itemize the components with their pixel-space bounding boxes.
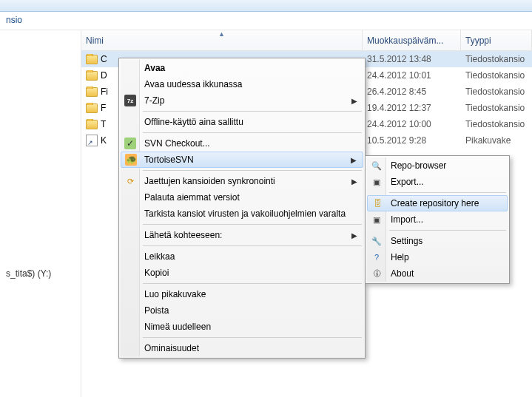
menu-item-svn-checkout[interactable]: ✓ SVN Checkout... xyxy=(121,135,363,152)
file-modified: 24.4.2012 10:00 xyxy=(363,119,461,129)
tortoisesvn-submenu: 🔍 Repo-browser ▣ Export... 🗄 Create repo… xyxy=(365,155,510,284)
file-name: D xyxy=(101,70,107,81)
context-menu: Avaa Avaa uudessa ikkunassa 7z 7-Zip ▶ O… xyxy=(118,58,366,359)
menu-item-create-repository[interactable]: 🗄 Create repository here xyxy=(367,195,508,211)
tortoisesvn-icon: 🐢 xyxy=(125,154,137,166)
column-headers: ▲ Nimi Muokkauspäiväm... Tyyppi xyxy=(81,30,532,51)
menu-item-virus-scan[interactable]: Tarkista kansiot virusten ja vakoiluohje… xyxy=(121,206,363,222)
menu-item-properties[interactable]: Ominaisuudet xyxy=(121,340,363,356)
folder-icon xyxy=(86,104,98,113)
submenu-arrow-icon: ▶ xyxy=(351,156,357,164)
menu-item-offline[interactable]: Offline-käyttö aina sallittu xyxy=(121,114,363,130)
sidebar-item-drive[interactable]: s_tita$) (Y:) xyxy=(3,267,81,280)
import-icon: ▣ xyxy=(371,214,383,225)
menu-item-rename[interactable]: Nimeä uudelleen xyxy=(121,319,363,335)
file-name: F xyxy=(101,103,106,113)
menu-item-settings[interactable]: 🔧 Settings xyxy=(367,233,508,249)
submenu-arrow-icon: ▶ xyxy=(351,97,357,105)
menu-item-import[interactable]: ▣ Import... xyxy=(367,211,508,228)
menu-item-help[interactable]: ? Help xyxy=(367,249,508,265)
menu-item-tortoisesvn[interactable]: 🐢 TortoiseSVN ▶ xyxy=(121,152,363,168)
sync-icon: ⟳ xyxy=(124,175,136,187)
shortcut-icon xyxy=(86,135,98,146)
menu-separator xyxy=(143,283,362,284)
window-titlebar xyxy=(0,0,532,12)
submenu-arrow-icon: ▶ xyxy=(351,177,357,186)
export-icon: ▣ xyxy=(371,176,383,188)
file-type: Tiedostokansio xyxy=(461,54,532,64)
folder-icon xyxy=(86,120,98,129)
menu-item-7zip[interactable]: 7z 7-Zip ▶ xyxy=(121,92,363,109)
menu-separator xyxy=(143,111,362,112)
menu-item-open[interactable]: Avaa xyxy=(121,60,363,76)
file-name: Fi xyxy=(101,86,108,97)
file-modified: 31.5.2012 13:48 xyxy=(363,54,461,64)
menu-separator xyxy=(143,132,362,133)
menu-separator xyxy=(143,170,362,171)
column-header-name[interactable]: ▲ Nimi xyxy=(81,30,363,50)
create-repo-icon: 🗄 xyxy=(371,197,383,209)
breadcrumb[interactable]: nsio xyxy=(0,12,532,30)
folder-icon xyxy=(86,87,98,97)
svn-checkout-icon: ✓ xyxy=(124,138,136,149)
file-type: Tiedostokansio xyxy=(461,103,532,113)
menu-item-export[interactable]: ▣ Export... xyxy=(367,174,508,190)
file-modified: 10.5.2012 9:28 xyxy=(363,135,461,146)
column-header-name-label: Nimi xyxy=(86,35,104,46)
file-modified: 19.4.2012 12:37 xyxy=(363,103,461,113)
column-header-modified[interactable]: Muokkauspäiväm... xyxy=(363,30,461,50)
file-type: Tiedostokansio xyxy=(461,70,532,81)
menu-item-cut[interactable]: Leikkaa xyxy=(121,248,363,265)
menu-item-copy[interactable]: Kopioi xyxy=(121,265,363,281)
breadcrumb-segment[interactable]: nsio xyxy=(6,15,22,25)
menu-item-delete[interactable]: Poista xyxy=(121,302,363,319)
seven-zip-icon: 7z xyxy=(124,95,136,106)
repo-browser-icon: 🔍 xyxy=(371,160,383,172)
menu-item-restore-previous[interactable]: Palauta aiemmat versiot xyxy=(121,189,363,206)
file-type: Tiedostokansio xyxy=(461,119,532,129)
menu-item-open-new-window[interactable]: Avaa uudessa ikkunassa xyxy=(121,76,363,92)
folder-icon xyxy=(86,55,98,64)
menu-separator xyxy=(143,337,362,338)
folder-icon xyxy=(86,71,98,81)
help-icon: ? xyxy=(371,251,383,263)
about-icon: 🛈 xyxy=(371,268,383,279)
file-name: C xyxy=(101,54,107,64)
menu-separator xyxy=(143,224,362,225)
file-type: Tiedostokansio xyxy=(461,86,532,97)
settings-icon: 🔧 xyxy=(371,235,383,247)
menu-item-create-shortcut[interactable]: Luo pikakuvake xyxy=(121,286,363,302)
menu-item-shared-sync[interactable]: ⟳ Jaettujen kansioiden synkronointi ▶ xyxy=(121,173,363,189)
menu-separator xyxy=(389,192,506,193)
menu-item-repo-browser[interactable]: 🔍 Repo-browser xyxy=(367,157,508,174)
column-header-type[interactable]: Tyyppi xyxy=(461,30,532,50)
menu-separator xyxy=(389,230,506,231)
navigation-sidebar: s_tita$) (Y:) xyxy=(0,30,81,397)
sort-ascending-icon: ▲ xyxy=(218,30,225,38)
file-modified: 24.4.2012 10:01 xyxy=(363,70,461,81)
menu-item-send-to[interactable]: Lähetä kohteeseen: ▶ xyxy=(121,227,363,243)
file-type: Pikakuvake xyxy=(461,135,532,146)
file-name: K xyxy=(101,135,107,146)
file-name: T xyxy=(101,119,106,129)
file-modified: 26.4.2012 8:45 xyxy=(363,86,461,97)
submenu-arrow-icon: ▶ xyxy=(351,231,357,240)
menu-separator xyxy=(143,245,362,246)
menu-item-about[interactable]: 🛈 About xyxy=(367,265,508,282)
